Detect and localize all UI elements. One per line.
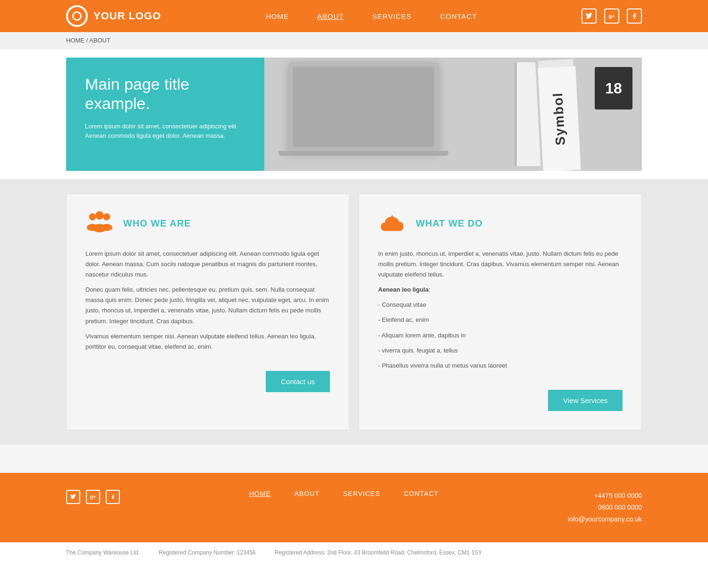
what-we-do-body1: In enim justo, rhoncus ut, imperdiet a, …: [378, 249, 623, 280]
footer-gplus-icon[interactable]: g+: [86, 490, 100, 504]
laptop-body: [288, 62, 439, 152]
list-item: - Aliquam lorem ante, dapibus in: [378, 330, 623, 341]
svg-point-0: [89, 213, 96, 220]
svg-point-2: [103, 213, 110, 220]
nav-services[interactable]: SERVICES: [372, 12, 412, 20]
bottom-address: Registered Address: 2nd Floor, 43 Broomf…: [275, 549, 482, 556]
who-we-are-header: WHO WE ARE: [85, 211, 330, 235]
calendar-day: 18: [605, 80, 622, 97]
header-social-icons: g+: [582, 8, 642, 24]
who-we-are-card: WHO WE ARE Lorem ipsum dolor sit amet, c…: [66, 193, 349, 430]
what-we-do-card: WHAT WE DO In enim justo, rhoncus ut, im…: [359, 193, 642, 430]
footer-facebook-icon[interactable]: [106, 490, 120, 504]
nav-contact[interactable]: CONTACT: [440, 12, 477, 20]
nav-about[interactable]: ABOUT: [317, 12, 344, 20]
laptop-screen: [293, 67, 434, 147]
logo-circle-icon: [66, 5, 88, 27]
what-we-do-list: - Consequat vitae- Eleifend ac, enim- Al…: [378, 300, 623, 370]
footer-social: g+: [66, 490, 120, 504]
logo-inner-circle: [72, 11, 82, 21]
footer-phone2: 0800 000 0000: [568, 502, 642, 513]
list-item: - Consequat vitae: [378, 300, 623, 310]
gplus-icon[interactable]: g+: [604, 8, 619, 24]
who-we-are-body2: Donec quam felis, ultricies nec, pellent…: [85, 285, 330, 326]
footer-phone1: +4475 000 0000: [568, 490, 642, 502]
footer: g+ HOME ABOUT SERVICES CONTACT +4475 000…: [0, 473, 708, 543]
contact-us-button[interactable]: Contact us: [266, 371, 330, 392]
laptop-scene: Symbol 18: [264, 58, 642, 171]
bottom-bar: The Company Wareouse Ltd. Registered Com…: [0, 542, 708, 563]
svg-point-5: [101, 224, 112, 231]
facebook-icon[interactable]: [627, 8, 642, 24]
who-we-are-footer: Contact us: [85, 371, 330, 392]
bottom-company: The Company Wareouse Ltd.: [66, 549, 140, 556]
hero-image: Symbol 18: [264, 58, 642, 171]
hero-title: Main page title example.: [85, 75, 245, 113]
people-icon: [85, 211, 114, 235]
cloud-upload-icon: [378, 211, 406, 235]
twitter-icon[interactable]: [582, 8, 597, 24]
footer-email: info@yourcompany.co.uk: [568, 513, 642, 525]
footer-twitter-icon[interactable]: [66, 490, 80, 504]
breadcrumb: HOME / ABOUT: [0, 32, 708, 49]
spacer: [0, 445, 708, 473]
list-item: - Phasellus viverra nulla ut metus variu…: [378, 361, 623, 371]
footer-contact: +4475 000 0000 0800 000 0000 info@yourco…: [568, 490, 642, 526]
logo-text: YOUR LOGO: [93, 10, 161, 22]
who-we-are-body1: Lorem ipsum dolor sit amet, consectetuer…: [85, 249, 330, 280]
footer-nav-services[interactable]: SERVICES: [343, 490, 380, 497]
content-section: WHO WE ARE Lorem ipsum dolor sit amet, c…: [0, 179, 708, 445]
hero-text-panel: Main page title example. Lorem ipsum dol…: [66, 58, 264, 171]
footer-nav: HOME ABOUT SERVICES CONTACT: [139, 490, 549, 497]
logo: YOUR LOGO: [66, 5, 161, 27]
hero-description: Lorem ipsum dolor sit amet, consectetuer…: [85, 122, 245, 142]
what-we-do-title: WHAT WE DO: [416, 218, 483, 229]
list-item: - Eleifend ac, enim: [378, 315, 623, 325]
svg-point-1: [95, 211, 104, 220]
list-item: - viverra quis, feugiat a, tellus: [378, 345, 623, 356]
main-nav: HOME ABOUT SERVICES CONTACT: [161, 12, 582, 20]
footer-nav-contact[interactable]: CONTACT: [404, 490, 439, 497]
laptop-base: [278, 151, 448, 156]
who-we-are-body: Lorem ipsum dolor sit amet, consectetuer…: [85, 249, 330, 352]
what-we-do-list-heading: Aenean leo ligula:: [378, 285, 623, 295]
breadcrumb-text: HOME / ABOUT: [66, 37, 110, 44]
what-we-do-body: In enim justo, rhoncus ut, imperdiet a, …: [378, 249, 623, 371]
what-we-do-header: WHAT WE DO: [378, 211, 623, 235]
calendar-widget: 18: [595, 67, 632, 109]
book-symbol: Symbol: [538, 66, 581, 171]
nav-home[interactable]: HOME: [266, 12, 289, 20]
view-services-button[interactable]: View Services: [548, 390, 623, 411]
footer-nav-about[interactable]: ABOUT: [295, 490, 320, 497]
what-we-do-footer: View Services: [378, 390, 623, 411]
bottom-registration: Registered Company Number: 123456: [159, 549, 255, 556]
who-we-are-body3: Vivamus elementum semper nisi. Aenean vu…: [85, 331, 330, 352]
who-we-are-title: WHO WE ARE: [123, 218, 191, 229]
footer-inner: g+ HOME ABOUT SERVICES CONTACT +4475 000…: [66, 490, 642, 526]
footer-nav-home[interactable]: HOME: [249, 490, 271, 497]
content-grid: WHO WE ARE Lorem ipsum dolor sit amet, c…: [66, 193, 642, 430]
hero-section: Main page title example. Lorem ipsum dol…: [66, 58, 642, 171]
